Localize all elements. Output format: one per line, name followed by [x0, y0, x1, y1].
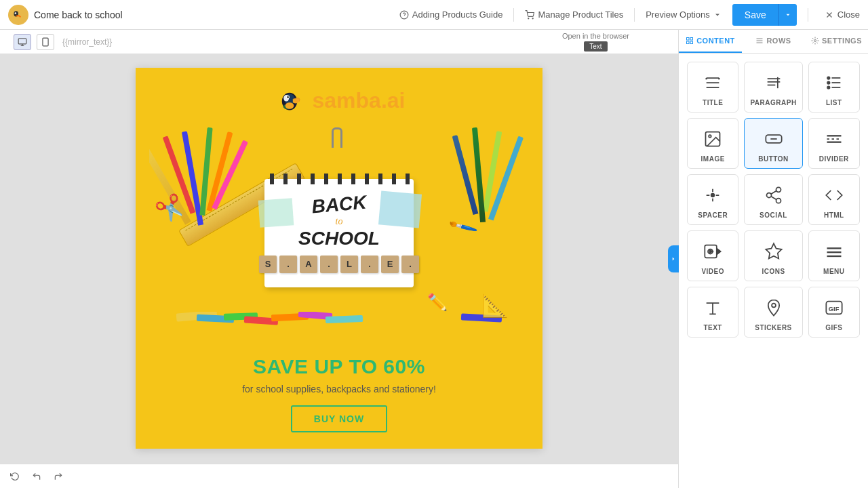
- content-item-spacer[interactable]: SPACER: [687, 174, 738, 225]
- content-item-social[interactable]: SOCIAL: [744, 174, 802, 225]
- cta-subtext: for school supplies, backpacks and stati…: [149, 384, 529, 394]
- topbar: Come back to school Adding Products Guid…: [0, 0, 868, 30]
- content-item-stickers[interactable]: STICKERS: [744, 287, 802, 338]
- notebook-spiral: [264, 174, 414, 184]
- app-logo: [8, 5, 28, 25]
- text-badge[interactable]: Text: [584, 41, 607, 52]
- manage-product-tiles-link[interactable]: Manage Product Tiles: [525, 9, 623, 20]
- bottom-pencils: [176, 312, 502, 332]
- open-browser-badge: Open in the browser Text: [562, 32, 629, 52]
- svg-rect-23: [690, 41, 693, 44]
- tab-rows-label: ROWS: [766, 37, 791, 45]
- history-button[interactable]: [7, 470, 23, 483]
- content-item-gifs-label: GIFS: [825, 324, 842, 331]
- content-item-html[interactable]: HTML: [808, 174, 860, 225]
- content-item-video[interactable]: VIDEO: [687, 230, 738, 281]
- mobile-view-button[interactable]: [37, 34, 54, 50]
- panel-toggle-button[interactable]: [668, 245, 679, 272]
- binder-clip: [332, 127, 342, 148]
- save-button[interactable]: Save: [732, 4, 778, 26]
- content-item-text[interactable]: TEXT: [687, 287, 738, 338]
- toucan-logo-icon: [273, 84, 306, 117]
- mobile-icon: [41, 37, 50, 47]
- sale-tile-dot2: .: [320, 256, 338, 273]
- redo-button[interactable]: [50, 470, 66, 483]
- adding-guide-link[interactable]: Adding Products Guide: [399, 9, 503, 20]
- content-item-icons[interactable]: ICONS: [744, 230, 802, 281]
- main-area: {{mirror_text}} Open in the browser Text: [0, 30, 868, 488]
- tab-settings[interactable]: SETTINGS: [805, 30, 868, 53]
- close-button[interactable]: Close: [825, 9, 860, 20]
- content-item-paragraph[interactable]: PARAGRAPH: [744, 62, 802, 113]
- preview-options-link[interactable]: Preview Options: [646, 9, 722, 20]
- notebook-text: BACK to SCHOOL S . A . L .: [259, 193, 419, 273]
- content-item-gifs[interactable]: GIF GIFS: [808, 287, 860, 338]
- sale-tiles: S . A . L . E .: [259, 256, 419, 273]
- content-item-list[interactable]: LIST: [808, 62, 860, 113]
- svg-point-2: [15, 12, 17, 14]
- content-item-list-label: LIST: [826, 99, 842, 106]
- content-item-title[interactable]: TITLE: [687, 62, 738, 113]
- buy-now-button[interactable]: BUY NOW: [291, 405, 387, 432]
- protractor-decoration: 📐: [481, 293, 509, 319]
- svg-rect-12: [43, 38, 48, 46]
- svg-point-47: [766, 193, 771, 198]
- paragraph-icon: [762, 70, 786, 95]
- content-item-social-label: SOCIAL: [760, 211, 787, 219]
- paintbrush-decoration: 🖌️: [447, 211, 478, 243]
- content-items-grid: TITLE PARAGRAPH: [687, 62, 860, 338]
- canvas-bottom-bar: [0, 464, 678, 488]
- email-canvas[interactable]: samba.ai: [136, 68, 542, 449]
- divider3: [808, 8, 808, 22]
- undo-button[interactable]: [28, 470, 45, 483]
- open-browser-label: Open in the browser: [562, 32, 629, 40]
- question-circle-icon: [399, 10, 409, 20]
- rows-tab-icon: [755, 37, 764, 45]
- email-header: samba.ai: [136, 68, 542, 127]
- sale-tile-a: A: [300, 256, 317, 273]
- svg-rect-9: [18, 38, 26, 43]
- content-item-button[interactable]: BUTTON: [744, 118, 802, 169]
- divider: [513, 8, 514, 22]
- content-item-title-label: TITLE: [703, 99, 723, 106]
- school-text: SCHOOL: [259, 227, 419, 250]
- content-item-video-label: VIDEO: [701, 268, 724, 275]
- image-icon: [701, 127, 725, 151]
- title-icon: [701, 70, 725, 95]
- menu-icon: [822, 239, 846, 264]
- canvas-wrapper: samba.ai: [0, 54, 678, 464]
- stickers-icon: [762, 296, 786, 320]
- content-item-menu-label: MENU: [823, 268, 844, 275]
- sale-tile-dot4: .: [401, 256, 419, 273]
- content-item-stickers-label: STICKERS: [755, 324, 792, 331]
- content-item-button-label: BUTTON: [758, 155, 788, 163]
- desktop-view-button[interactable]: [14, 34, 31, 50]
- svg-point-36: [827, 81, 830, 84]
- svg-marker-52: [717, 248, 721, 254]
- icons-icon: [762, 239, 786, 264]
- svg-rect-21: [690, 38, 693, 41]
- save-dropdown-button[interactable]: [778, 4, 797, 26]
- editor-area: {{mirror_text}} Open in the browser Text: [0, 30, 678, 488]
- close-icon: [825, 10, 834, 20]
- sharpener-decoration: ✏️: [427, 293, 448, 312]
- content-item-divider[interactable]: DIVIDER: [808, 118, 860, 169]
- mirror-text: {{mirror_text}}: [62, 37, 112, 47]
- svg-point-19: [285, 102, 294, 109]
- right-panel: CONTENT ROWS SETTINGS: [678, 30, 868, 488]
- chevron-right-icon: [670, 256, 677, 262]
- save-button-group: Save: [732, 4, 797, 26]
- tab-rows[interactable]: ROWS: [742, 30, 805, 53]
- content-item-text-label: TEXT: [703, 324, 722, 331]
- content-item-menu[interactable]: MENU: [808, 230, 860, 281]
- tab-content[interactable]: CONTENT: [679, 30, 742, 53]
- content-item-image[interactable]: IMAGE: [687, 118, 738, 169]
- shopping-cart-icon: [525, 10, 534, 20]
- content-item-spacer-label: SPACER: [698, 211, 728, 219]
- view-toggle: [14, 34, 54, 50]
- html-icon: [822, 183, 846, 207]
- sale-tile-s: S: [259, 256, 277, 273]
- panel-content: TITLE PARAGRAPH: [679, 54, 868, 488]
- hero-image-area: ✂️ 🖌️: [136, 127, 542, 344]
- svg-rect-20: [687, 38, 690, 41]
